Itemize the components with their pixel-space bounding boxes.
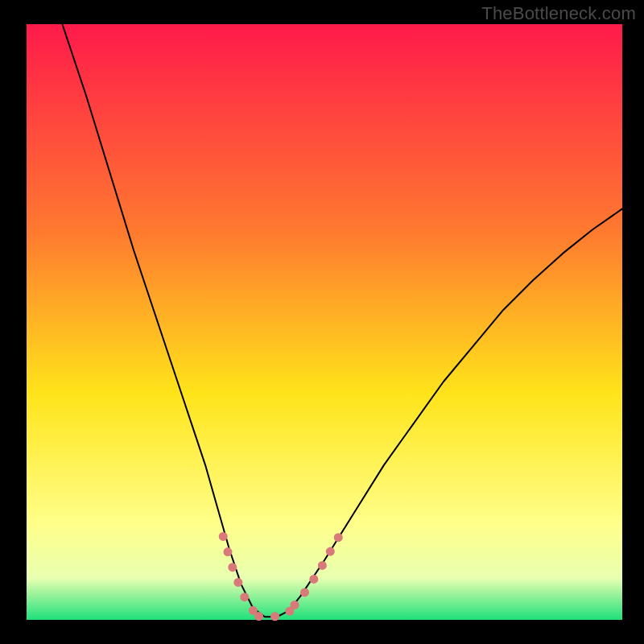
bottleneck-chart [0,0,644,644]
watermark-text: TheBottleneck.com [481,3,636,24]
plot-background [27,24,622,620]
chart-frame: TheBottleneck.com [0,0,644,644]
